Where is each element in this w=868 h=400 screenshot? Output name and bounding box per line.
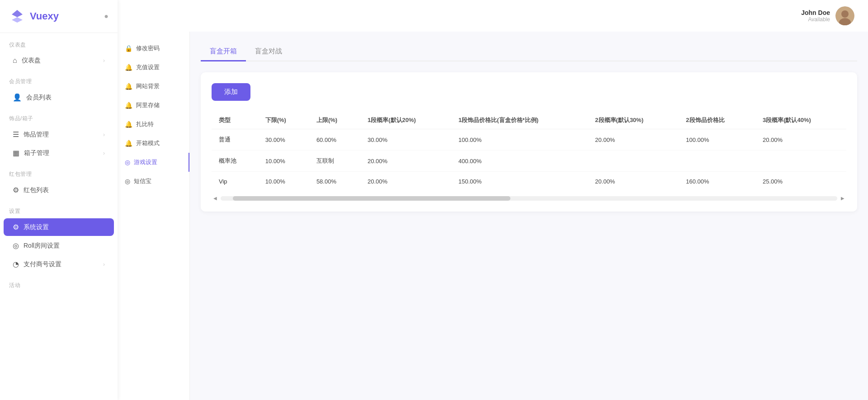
main-panel: 盲盒开箱 盲盒对战 添加 类型 下限(%) 上限(%) 1段概率(默认20%) [190,32,868,400]
table-header-row: 类型 下限(%) 上限(%) 1段概率(默认20%) 1段饰品价格比(盲盒价格*… [212,112,846,129]
table-container: 添加 类型 下限(%) 上限(%) 1段概率(默认20%) 1段饰品价格比(盲盒… [201,72,857,212]
dashboard-arrow: › [103,57,105,64]
bell-icon-zhabit: 🔔 [125,121,132,128]
cell-price1-0: 100.00% [451,129,588,151]
sidebar-item-system-settings[interactable]: ⚙ 系统设置 [4,218,114,236]
cell-prob1-2: 20.00% [360,172,451,192]
logo-icon [9,8,25,24]
secondary-item-change-password[interactable]: 🔒 修改密码 [118,39,189,58]
sidebar-item-dashboard[interactable]: ⌂ 仪表盘 › [4,52,114,69]
user-name: John Doe [801,9,830,16]
section-settings-label: 设置 [0,199,118,218]
bell-icon-recharge: 🔔 [125,64,132,71]
section-activity-label: 活动 [0,273,118,292]
open-mode-label: 开箱模式 [136,139,160,147]
section-items-label: 饰品/箱子 [0,107,118,125]
cell-prob1-1: 20.00% [360,151,451,172]
secondary-item-open-mode[interactable]: 🔔 开箱模式 [118,134,189,153]
redpack-list-label: 红包列表 [24,186,105,194]
cell-prob1-0: 30.00% [360,129,451,151]
topbar: John Doe Available [118,0,868,32]
svg-point-3 [841,10,849,18]
website-bg-label: 网站背景 [136,82,160,90]
sidebar-item-payment-settings[interactable]: ◔ 支付商号设置 › [4,255,114,273]
sidebar-item-redpack[interactable]: ⚙ 红包列表 [4,181,114,199]
payment-settings-label: 支付商号设置 [24,260,99,268]
cell-prob3-2: 25.00% [755,172,846,192]
section-dashboard-label: 仪表盘 [0,33,118,52]
table-row: 普通 30.00% 60.00% 30.00% 100.00% 20.00% 1… [212,129,846,151]
scrollbar-row: ◀ ▶ [212,196,846,201]
cell-upper-2: 58.00% [309,172,360,192]
sidebar-logo: Vuexy ● [0,0,118,33]
section-member-label: 会员管理 [0,70,118,88]
col-prob1: 1段概率(默认20%) [360,112,451,129]
main-area: John Doe Available 🔒 修改密码 🔔 充值设置 [118,0,868,400]
cell-upper-1: 互联制 [309,151,360,172]
avatar [835,6,854,25]
secondary-item-zhabit[interactable]: 🔔 扎比特 [118,115,189,134]
roll-settings-label: Roll房间设置 [24,242,105,250]
cell-lower-0: 30.00% [258,129,309,151]
col-price1: 1段饰品价格比(盲盒价格*比例) [451,112,588,129]
secondary-sidebar: 🔒 修改密码 🔔 充值设置 🔔 网站背景 🔔 阿里存储 🔔 扎比特 🔔 [118,32,190,400]
dashboard-label: 仪表盘 [22,56,99,65]
avatar-image [835,6,854,25]
sidebar-item-box-manage[interactable]: ▦ 箱子管理 › [4,144,114,162]
ali-storage-label: 阿里存储 [136,101,160,109]
cell-upper-0: 60.00% [309,129,360,151]
app-name: Vuexy [30,10,59,22]
secondary-item-website-bg[interactable]: 🔔 网站背景 [118,77,189,96]
items-arrow: › [103,132,105,138]
box-manage-label: 箱子管理 [24,149,99,157]
payment-icon: ◔ [13,260,19,268]
cell-type-1: 概率池 [212,151,258,172]
secondary-item-game-settings[interactable]: ◎ 游戏设置 [118,153,189,172]
table-scroll-wrapper[interactable]: 类型 下限(%) 上限(%) 1段概率(默认20%) 1段饰品价格比(盲盒价格*… [212,112,846,191]
cell-lower-2: 10.00% [258,172,309,192]
tabs: 盲盒开箱 盲盒对战 [201,42,857,61]
bell-icon-ali: 🔔 [125,102,132,109]
cell-price1-2: 150.00% [451,172,588,192]
sidebar-item-items-manage[interactable]: ☰ 饰品管理 › [4,126,114,143]
redpack-icon: ⚙ [13,186,19,194]
col-lower: 下限(%) [258,112,309,129]
col-price2: 2段饰品价格比 [679,112,755,129]
sidebar-item-roll-settings[interactable]: ◎ Roll房间设置 [4,237,114,254]
scroll-right-arrow[interactable]: ▶ [839,196,846,201]
scroll-left-arrow[interactable]: ◀ [212,196,219,201]
recharge-label: 充值设置 [136,63,160,71]
items-icon: ☰ [13,130,19,139]
svg-marker-0 [12,10,23,17]
secondary-item-recharge[interactable]: 🔔 充值设置 [118,58,189,77]
tab-blind-battle[interactable]: 盲盒对战 [246,42,291,61]
settings-icon: ⚙ [13,223,19,231]
circle-icon-sms: ◎ [125,178,130,185]
add-button[interactable]: 添加 [212,83,250,101]
roll-icon: ◎ [13,241,19,250]
cell-price1-1: 400.00% [451,151,588,172]
sidebar-item-member-list[interactable]: 👤 会员列表 [4,89,114,106]
tab-blind-box[interactable]: 盲盒开箱 [201,42,246,61]
user-info: John Doe Available [801,9,830,23]
sidebar: Vuexy ● 仪表盘 ⌂ 仪表盘 › 会员管理 👤 会员列表 饰品/箱子 ☰ … [0,0,118,400]
lock-icon: 🔒 [125,45,132,52]
game-settings-label: 游戏设置 [134,158,157,166]
member-list-label: 会员列表 [26,94,105,102]
table-row: Vip 10.00% 58.00% 20.00% 150.00% 20.00% … [212,172,846,192]
col-type: 类型 [212,112,258,129]
secondary-item-ali-storage[interactable]: 🔔 阿里存储 [118,96,189,115]
cell-type-0: 普通 [212,129,258,151]
secondary-item-sms[interactable]: ◎ 短信宝 [118,172,189,191]
member-icon: 👤 [13,93,22,102]
box-arrow: › [103,150,105,156]
user-status: Available [801,16,830,23]
cell-lower-1: 10.00% [258,151,309,172]
scrollbar-thumb[interactable] [233,196,510,201]
box-icon: ▦ [13,149,19,157]
sidebar-toggle[interactable]: ● [104,12,108,20]
topbar-user: John Doe Available [801,6,854,25]
col-upper: 上限(%) [309,112,360,129]
col-prob3: 3段概率(默认40%) [755,112,846,129]
cell-price2-2: 160.00% [679,172,755,192]
